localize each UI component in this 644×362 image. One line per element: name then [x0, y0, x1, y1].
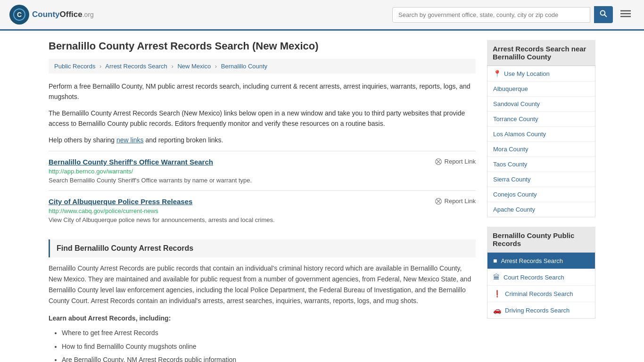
sidebar-record-item-3: 🚗 Driving Records Search: [487, 302, 595, 318]
report-link-btn-0[interactable]: Report Link: [435, 158, 476, 165]
logo-office: Office: [60, 10, 83, 19]
sidebar-nearby-item-8: Conejos County: [487, 187, 595, 202]
link-title-1[interactable]: City of Albuquerque Police Press Release…: [49, 197, 192, 206]
logo-icon: C: [9, 5, 29, 25]
link-entry-0: Bernalillo County Sheriff's Office Warra…: [49, 151, 476, 190]
sidebar-record-label-0: Arrest Records Search: [501, 257, 563, 264]
sidebar-nearby-link-7[interactable]: Sierra County: [487, 172, 595, 187]
sidebar-nearby-link-6[interactable]: Taos County: [487, 157, 595, 172]
list-item-1: How to find Bernalillo County mugshots o…: [62, 341, 476, 352]
sidebar-nearby-item-2: Sandoval County: [487, 97, 595, 112]
sidebar-nearby-item-9: Apache County: [487, 202, 595, 217]
sidebar-nearby-item-1: Albuquerque: [487, 82, 595, 97]
sidebar-nearby-label-9: Apache County: [493, 206, 535, 213]
link-entry-0-header: Bernalillo County Sheriff's Office Warra…: [49, 158, 476, 166]
search-button[interactable]: [594, 6, 613, 23]
sidebar-record-label-2: Criminal Records Search: [505, 290, 573, 297]
list-item-0: Where to get free Arrest Records: [62, 328, 476, 338]
sidebar-record-link-1[interactable]: 🏛 Court Records Search: [487, 269, 595, 285]
sidebar-nearby-item-3: Torrance County: [487, 112, 595, 127]
list-item-2: Are Bernalillo County, NM Arrest Records…: [62, 354, 476, 362]
sidebar-nearby-label-0: Use My Location: [504, 70, 550, 77]
main-wrapper: Bernalillo County Arrest Records Search …: [39, 31, 605, 362]
bullet-list: Where to get free Arrest Records How to …: [49, 328, 476, 362]
sidebar-nearby-label-3: Torrance County: [493, 115, 538, 123]
breadcrumb-arrest-records[interactable]: Arrest Records Search: [105, 63, 167, 70]
find-section-header: Find Bernalillo County Arrest Records: [49, 239, 476, 257]
breadcrumb-public-records[interactable]: Public Records: [54, 63, 95, 70]
link-url-0: http://app.bernco.gov/warrants/: [49, 168, 476, 175]
intro3-suffix: and reporting broken links.: [144, 136, 223, 144]
report-label-0: Report Link: [445, 158, 476, 165]
intro-para-1: Perform a free Bernalillo County, NM pub…: [49, 81, 476, 102]
breadcrumb-bernalillo-county[interactable]: Bernalillo County: [221, 63, 267, 70]
page-title: Bernalillo County Arrest Records Search …: [49, 40, 476, 52]
report-label-1: Report Link: [445, 197, 476, 205]
sidebar-nearby-link-2[interactable]: Sandoval County: [487, 97, 595, 111]
sidebar-nearby-link-4[interactable]: Los Alamos County: [487, 127, 595, 141]
sidebar-public-records-list: ■ Arrest Records Search 🏛 Court Records …: [487, 253, 595, 319]
find-section-body: Bernalillo County Arrest Records are pub…: [49, 263, 476, 362]
sidebar-nearby-label-6: Taos County: [493, 161, 527, 168]
intro3-prefix: Help others by sharing: [49, 136, 116, 144]
intro-para-3: Help others by sharing new links and rep…: [49, 135, 476, 145]
sidebar-record-item-0: ■ Arrest Records Search: [487, 253, 595, 269]
report-icon-1: [435, 197, 442, 205]
intro-para-2: The Bernalillo County Arrest Records Sea…: [49, 108, 476, 129]
sidebar-nearby-item-0: 📍 Use My Location: [487, 66, 595, 82]
hamburger-icon: [620, 9, 631, 18]
sidebar-nearby-title: Arrest Records Search near Bernalillo Co…: [487, 40, 595, 66]
link-desc-0: Search Bernalillo County Sheriff's Offic…: [49, 177, 476, 184]
sidebar-nearby-link-3[interactable]: Torrance County: [487, 112, 595, 126]
sidebar-nearby-label-1: Albuquerque: [493, 85, 528, 92]
sidebar-nearby-link-5[interactable]: Mora County: [487, 142, 595, 156]
logo-name: CountyOffice.org: [32, 10, 94, 19]
svg-text:C: C: [17, 11, 22, 18]
link-desc-1: View City of Albuquerque police news for…: [49, 216, 476, 223]
sidebar-record-link-0[interactable]: ■ Arrest Records Search: [487, 253, 595, 269]
breadcrumb-sep-3: ›: [215, 63, 217, 70]
sidebar-public-records-title: Bernalillo County Public Records: [487, 227, 595, 253]
sidebar-nearby-label-2: Sandoval County: [493, 100, 540, 107]
sidebar-record-label-3: Driving Records Search: [505, 307, 570, 314]
link-url-1: http://www.cabq.gov/police/current-news: [49, 207, 476, 214]
sidebar-nearby-link-8[interactable]: Conejos County: [487, 187, 595, 202]
sidebar-nearby-item-6: Taos County: [487, 157, 595, 172]
logo-county: County: [32, 10, 60, 19]
sidebar-nearby-item-7: Sierra County: [487, 172, 595, 187]
sidebar-nearby-list: 📍 Use My Location Albuquerque Sandoval C…: [487, 66, 595, 217]
driving-records-icon: 🚗: [493, 306, 501, 314]
sidebar-nearby-item-4: Los Alamos County: [487, 127, 595, 142]
logo-org: .org: [83, 11, 94, 18]
sidebar-record-item-1: 🏛 Court Records Search: [487, 269, 595, 286]
breadcrumb-new-mexico[interactable]: New Mexico: [177, 63, 211, 70]
search-icon: [600, 10, 607, 17]
sidebar-nearby-label-4: Los Alamos County: [493, 131, 546, 138]
sidebar-nearby-link-9[interactable]: Apache County: [487, 202, 595, 217]
menu-button[interactable]: [617, 7, 635, 23]
search-area: [392, 6, 635, 23]
sidebar: Arrest Records Search near Bernalillo Co…: [487, 40, 595, 362]
sidebar-record-link-2[interactable]: ❗ Criminal Records Search: [487, 286, 595, 302]
header: C CountyOffice.org: [0, 0, 644, 31]
report-link-btn-1[interactable]: Report Link: [435, 197, 476, 205]
link-title-0[interactable]: Bernalillo County Sheriff's Office Warra…: [49, 158, 213, 166]
logo-area: C CountyOffice.org: [9, 5, 94, 25]
sidebar-record-link-3[interactable]: 🚗 Driving Records Search: [487, 302, 595, 318]
breadcrumb-sep-2: ›: [171, 63, 173, 70]
find-body-text: Bernalillo County Arrest Records are pub…: [49, 263, 476, 306]
sidebar-nearby-item-5: Mora County: [487, 142, 595, 157]
link-entry-1-header: City of Albuquerque Police Press Release…: [49, 197, 476, 206]
sidebar-nearby-link-1[interactable]: Albuquerque: [487, 82, 595, 96]
sidebar-nearby-link-0[interactable]: 📍 Use My Location: [487, 66, 595, 81]
sidebar-record-label-1: Court Records Search: [504, 274, 564, 281]
criminal-records-icon: ❗: [493, 290, 501, 297]
new-links-link[interactable]: new links: [116, 136, 144, 144]
search-input[interactable]: [392, 7, 590, 23]
breadcrumb: Public Records › Arrest Records Search ›…: [49, 59, 476, 74]
arrest-records-icon: ■: [493, 257, 497, 264]
county-office-logo-svg: C: [13, 8, 25, 21]
sidebar-nearby-label-5: Mora County: [493, 146, 528, 153]
report-icon-0: [435, 158, 442, 165]
main-content: Bernalillo County Arrest Records Search …: [49, 40, 476, 362]
